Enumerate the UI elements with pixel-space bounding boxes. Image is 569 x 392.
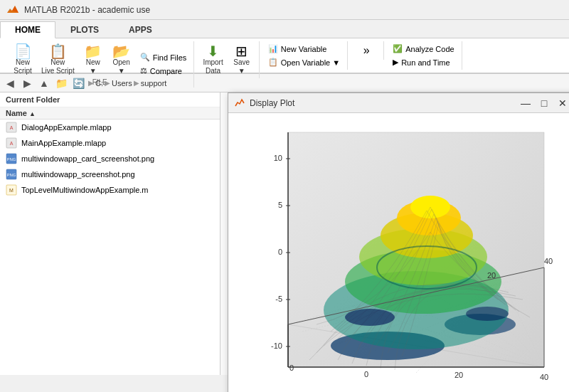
plot-window: Display Plot — □ ✕: [228, 92, 569, 392]
ribbon-small-col: 🔍 Find Files ⚖ Compare: [137, 51, 190, 77]
open-variable-button[interactable]: 📋 Open Variable ▼: [265, 56, 343, 68]
compare-icon: ⚖: [140, 66, 147, 75]
open-label: Open▼: [112, 58, 129, 75]
new-script-label: NewScript: [14, 58, 32, 75]
tab-apps[interactable]: APPS: [114, 21, 167, 38]
path-users[interactable]: Users: [112, 79, 132, 88]
mlapp-icon: A: [6, 137, 17, 149]
new-label: New▼: [86, 58, 100, 75]
svg-text:PNG: PNG: [6, 173, 16, 177]
new-live-script-label: NewLive Script: [41, 58, 75, 75]
plot-maximize-button[interactable]: □: [537, 96, 551, 110]
title-bar: MATLAB R2021b - academic use: [0, 0, 569, 20]
svg-text:-5: -5: [275, 295, 282, 303]
3d-surface-plot: 10 5 0 -5 -10 40 20 0: [245, 125, 558, 392]
right-area: Display Plot — □ ✕: [220, 92, 569, 375]
ribbon-file-buttons: 📄 NewScript 📋 NewLive Script 📁 New▼ 📂 Op…: [10, 43, 189, 77]
list-item[interactable]: A DialogAppExample.mlapp: [0, 120, 220, 135]
tab-plots[interactable]: PLOTS: [55, 21, 114, 38]
import-button[interactable]: ⬇ ImportData: [200, 43, 225, 77]
svg-point-35: [466, 307, 509, 321]
list-item[interactable]: A MainAppExample.mlapp: [0, 135, 220, 151]
forward-button[interactable]: ▶: [20, 76, 34, 90]
more-icon: »: [363, 44, 370, 57]
import-label: ImportData: [203, 58, 223, 75]
new-variable-label: New Variable: [281, 45, 327, 53]
new-live-script-icon: 📋: [49, 44, 67, 58]
png-icon: PNG: [6, 153, 17, 164]
file-name: DialogAppExample.mlapp: [21, 123, 112, 132]
svg-text:40: 40: [540, 373, 548, 381]
ribbon-variable-col: 📊 New Variable 📋 Open Variable ▼: [265, 43, 343, 68]
compare-label: Compare: [150, 67, 182, 75]
find-files-label: Find Files: [153, 53, 187, 62]
plot-window-title: Display Plot: [250, 98, 514, 108]
svg-text:A: A: [10, 141, 14, 146]
name-column-label[interactable]: Name ▲: [6, 109, 214, 117]
up-button[interactable]: ▲: [37, 76, 51, 90]
new-button[interactable]: 📁 New▼: [80, 43, 106, 77]
list-item[interactable]: PNG multiwindowapp_card_screenshot.png: [0, 151, 220, 166]
path-support[interactable]: support: [141, 79, 167, 88]
analyze-label: Analyze Code: [405, 45, 454, 53]
list-item[interactable]: M TopLevelMultiwindowAppExample.m: [0, 182, 220, 198]
new-live-script-button[interactable]: 📋 NewLive Script: [38, 43, 78, 77]
compare-button[interactable]: ⚖ Compare: [137, 65, 190, 77]
ribbon-import-buttons: ⬇ ImportData ⊞ Save▼: [200, 43, 254, 77]
open-variable-label: Open Variable ▼: [281, 58, 340, 67]
ribbon-group-import: ⬇ ImportData ⊞ Save▼: [196, 41, 259, 78]
open-button[interactable]: 📂 Open▼: [109, 43, 134, 77]
svg-text:M: M: [9, 188, 14, 193]
import-icon: ⬇: [207, 44, 219, 58]
svg-point-34: [345, 309, 395, 326]
file-name: MainAppExample.mlapp: [21, 139, 106, 147]
path-separator-2: ▶: [105, 79, 110, 87]
svg-text:20: 20: [487, 271, 496, 280]
plot-close-button[interactable]: ✕: [555, 96, 569, 110]
address-path: ▶ C: ▶ Users ▶ support: [88, 79, 166, 88]
open-variable-icon: 📋: [268, 58, 278, 67]
path-separator-3: ▶: [134, 79, 139, 87]
list-item[interactable]: PNG multiwindowapp_screenshot.png: [0, 166, 220, 182]
svg-text:PNG: PNG: [6, 157, 16, 161]
run-time-button[interactable]: ▶ Run and Time: [390, 56, 457, 68]
new-script-icon: 📄: [14, 44, 32, 58]
mlapp-icon: A: [6, 122, 17, 133]
svg-text:0: 0: [364, 370, 368, 378]
png-icon: PNG: [6, 169, 17, 180]
ribbon-code-col: ✅ Analyze Code ▶ Run and Time: [390, 43, 457, 68]
analyze-code-button[interactable]: ✅ Analyze Code: [390, 43, 457, 55]
sort-arrow: ▲: [29, 110, 36, 117]
file-name: multiwindowapp_card_screenshot.png: [21, 154, 154, 163]
svg-text:A: A: [10, 125, 14, 130]
save-workspace-button[interactable]: ⊞ Save▼: [229, 43, 255, 77]
plot-title-bar: Display Plot — □ ✕: [228, 93, 569, 113]
plot-minimize-button[interactable]: —: [519, 96, 533, 110]
run-time-label: Run and Time: [401, 58, 450, 67]
svg-text:0: 0: [289, 364, 294, 372]
new-script-button[interactable]: 📄 NewScript: [10, 43, 36, 77]
current-folder-header: Current Folder: [0, 92, 220, 107]
new-variable-button[interactable]: 📊 New Variable: [265, 43, 343, 55]
find-files-button[interactable]: 🔍 Find Files: [137, 51, 190, 63]
refresh-button[interactable]: 🔄: [71, 76, 85, 90]
ribbon-group-code: ✅ Analyze Code ▶ Run and Time: [385, 41, 462, 70]
main-layout: Current Folder Name ▲ A DialogAppExample…: [0, 92, 569, 375]
back-button[interactable]: ◀: [3, 76, 17, 90]
sidebar: Current Folder Name ▲ A DialogAppExample…: [0, 92, 220, 375]
svg-text:5: 5: [278, 201, 282, 209]
ribbon-tabs: HOME PLOTS APPS: [0, 20, 569, 38]
save-workspace-label: Save▼: [233, 58, 250, 75]
svg-text:40: 40: [544, 257, 553, 265]
browse-folder-button[interactable]: 📁: [54, 76, 68, 90]
files-column-header: Name ▲: [0, 107, 220, 120]
path-c[interactable]: C:: [95, 79, 103, 88]
tab-home[interactable]: HOME: [0, 21, 55, 38]
svg-text:-10: -10: [271, 341, 282, 350]
analyze-icon: ✅: [393, 44, 403, 53]
path-separator-1: ▶: [88, 79, 94, 87]
save-workspace-icon: ⊞: [235, 44, 248, 58]
more-button[interactable]: »: [353, 43, 379, 58]
svg-text:10: 10: [274, 154, 282, 162]
plot-window-icon: [234, 97, 245, 109]
